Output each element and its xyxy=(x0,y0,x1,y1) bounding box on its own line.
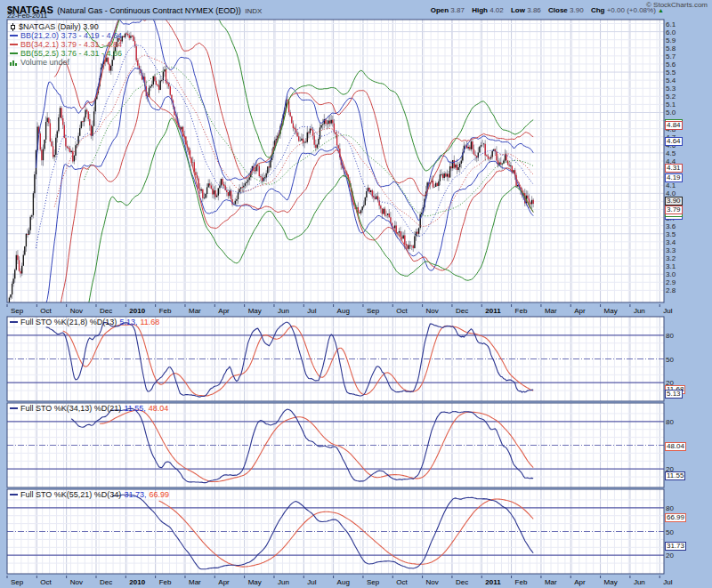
open-label: Open xyxy=(431,6,449,14)
x-axis-month-label: Sep xyxy=(11,578,23,586)
panel-tick-label: 80 xyxy=(666,418,674,426)
x-axis-month-label: Jun xyxy=(278,578,289,586)
x-axis-month-label: Jul xyxy=(663,578,672,586)
candlestick-icon xyxy=(10,23,16,31)
legend-bb21-text: BB(21,2.0) 3.73 - 4.19 - 4.64 xyxy=(20,31,122,40)
legend-row-stoch2: Full STO %K(34,13) %D(21) 11.55, 48.04 xyxy=(10,404,168,413)
stoch2-d-value: 48.04 xyxy=(149,404,169,413)
main-legend: $NATGAS (Daily) 3.90 BB(21,2.0) 3.73 - 4… xyxy=(10,22,122,67)
x-axis-month-label: Apr xyxy=(218,307,229,315)
stoch2-k-value: 11.55, xyxy=(124,404,145,413)
panel-tick-label: 20 xyxy=(666,552,674,560)
y-axis-tick-label: 6.0 xyxy=(666,28,676,36)
y-axis-tick-label: 3.0 xyxy=(666,270,676,278)
y-axis-tick-label: 3.3 xyxy=(666,246,676,254)
stoch2-legend: Full STO %K(34,13) %D(21) 11.55, 48.04 xyxy=(10,404,168,413)
x-axis-month-label: Mar xyxy=(189,578,201,586)
generated-labels-layer: SepSepOctOctNovNovDecDec20102010FebFebMa… xyxy=(0,0,712,588)
x-axis-month-label: Feb xyxy=(159,307,172,315)
x-axis-month-label: Apr xyxy=(574,578,585,586)
x-axis-month-label: Jun xyxy=(634,307,645,315)
axis-value-label: 31.73 xyxy=(665,542,686,551)
y-axis-tick-label: 3.1 xyxy=(666,262,676,270)
legend-row-bb34: BB(34,2.1) 3.79 - 4.31 - 4.84 xyxy=(10,40,122,49)
y-axis-tick-label: 2.8 xyxy=(666,286,676,294)
stockcharts-chart-page: $NATGAS (Natural Gas - Continuous Contra… xyxy=(0,0,712,588)
x-axis-month-label: 2010 xyxy=(129,307,145,315)
y-axis-tick-label: 5.7 xyxy=(666,52,676,60)
x-axis-month-label: Nov xyxy=(70,307,83,315)
x-axis-month-label: Dec xyxy=(456,307,468,315)
panel-tick-label: 80 xyxy=(666,332,674,340)
y-axis-tick-label: 2.9 xyxy=(666,278,676,286)
stoch-line-icon xyxy=(10,407,18,409)
stoch3-legend: Full STO %K(55,21) %D(34) 31.73, 66.99 xyxy=(10,490,169,499)
x-axis-month-label: Sep xyxy=(11,307,23,315)
stoch1-legend: Full STO %K(21,8) %D(13) 5.13, 11.68 xyxy=(10,318,159,326)
axis-value-label: 4.31 xyxy=(665,164,683,173)
x-axis-month-label: Nov xyxy=(426,307,439,315)
legend-row-bb21: BB(21,2.0) 3.73 - 4.19 - 4.64 xyxy=(10,31,122,40)
x-axis-month-label: Oct xyxy=(40,307,51,315)
x-axis-month-label: Nov xyxy=(70,578,83,586)
y-axis-tick-label: 3.4 xyxy=(666,238,676,246)
x-axis-month-label: Mar xyxy=(545,578,557,586)
y-axis-tick-label: 6.1 xyxy=(666,20,676,28)
x-axis-month-label: Jul xyxy=(663,307,672,315)
x-axis-month-label: Oct xyxy=(40,578,51,586)
y-axis-tick-label: 5.4 xyxy=(666,77,676,85)
x-axis-month-label: 2011 xyxy=(485,578,500,586)
panel-tick-label: 50 xyxy=(666,356,674,364)
x-axis-month-label: Mar xyxy=(545,307,557,315)
x-axis-month-label: Oct xyxy=(396,578,407,586)
stoch-line-icon xyxy=(10,321,18,323)
y-axis-tick-label: 5.2 xyxy=(666,93,676,101)
x-axis-month-label: Apr xyxy=(574,307,585,315)
y-axis-tick-label: 3.5 xyxy=(666,230,676,238)
x-axis-month-label: Feb xyxy=(515,307,528,315)
close-label: Close xyxy=(548,6,568,14)
axis-value-label: 5.13 xyxy=(665,390,683,399)
x-axis-month-label: Dec xyxy=(100,578,112,586)
y-axis-tick-label: 5.3 xyxy=(666,85,676,93)
stoch-line-icon xyxy=(10,494,18,495)
x-axis-month-label: Apr xyxy=(218,578,229,586)
legend-symbol-text: $NATGAS (Daily) 3.90 xyxy=(19,22,99,31)
stoch3-label: Full STO %K(55,21) %D(34) xyxy=(20,490,121,499)
x-axis-month-label: May xyxy=(604,307,618,315)
x-axis-month-label: May xyxy=(248,578,262,586)
y-axis-tick-label: 5.0 xyxy=(666,109,676,117)
axis-value-label: 4.64 xyxy=(665,137,683,146)
x-axis-month-label: Mar xyxy=(189,307,201,315)
bb55-line-icon xyxy=(10,52,18,54)
legend-volume-text: Volume undef xyxy=(20,58,69,67)
y-axis-tick-label: 5.8 xyxy=(666,44,676,52)
x-axis-month-label: May xyxy=(604,578,618,586)
x-axis-month-label: Nov xyxy=(426,578,439,586)
axis-value-label: 4.19 xyxy=(665,173,683,182)
stoch1-label: Full STO %K(21,8) %D(13) xyxy=(20,318,117,326)
legend-row-symbol: $NATGAS (Daily) 3.90 xyxy=(10,22,122,31)
x-axis-month-label: 2011 xyxy=(485,307,500,315)
chg-value: +0.00 (+0.08%) xyxy=(607,6,656,14)
x-axis-month-label: Feb xyxy=(159,578,172,586)
bb34-line-icon xyxy=(10,44,18,45)
axis-value-label: 66.99 xyxy=(665,513,686,522)
stoch2-label: Full STO %K(34,13) %D(21) xyxy=(20,404,121,413)
x-axis-month-label: Aug xyxy=(337,307,350,315)
x-axis-month-label: May xyxy=(248,307,262,315)
symbol-description: (Natural Gas - Continuous Contract NYMEX… xyxy=(57,6,241,15)
open-value: 3.87 xyxy=(450,6,465,14)
up-arrow-icon: ▲ xyxy=(658,7,664,13)
x-axis-month-label: Dec xyxy=(100,307,112,315)
stoch3-d-value: 66.99 xyxy=(149,490,169,499)
y-axis-tick-label: 4.5 xyxy=(666,149,676,157)
y-axis-tick-label: 5.6 xyxy=(666,60,676,68)
x-axis-month-label: Dec xyxy=(456,578,468,586)
bb21-line-icon xyxy=(10,35,18,36)
legend-row-bb55: BB(55,2.5) 3.76 - 4.31 - 4.86 xyxy=(10,49,122,58)
y-axis-tick-label: 3.6 xyxy=(666,222,676,230)
low-label: Low xyxy=(511,6,525,14)
chg-label: Chg xyxy=(591,6,605,14)
axis-value-label: 48.04 xyxy=(665,442,686,451)
